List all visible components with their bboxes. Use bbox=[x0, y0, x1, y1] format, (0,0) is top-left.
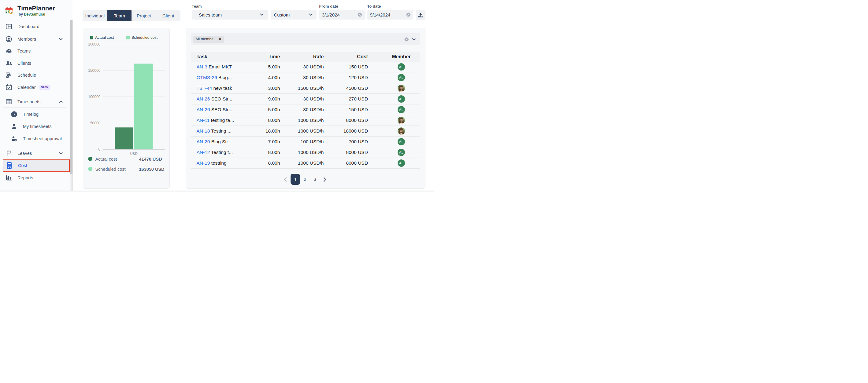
svg-text:50000: 50000 bbox=[90, 121, 101, 125]
svg-text:0: 0 bbox=[98, 147, 101, 151]
svg-text:USD: USD bbox=[130, 152, 137, 155]
svg-text:100000: 100000 bbox=[88, 95, 100, 99]
svg-text:200000: 200000 bbox=[88, 42, 100, 46]
svg-text:150000: 150000 bbox=[88, 68, 100, 73]
